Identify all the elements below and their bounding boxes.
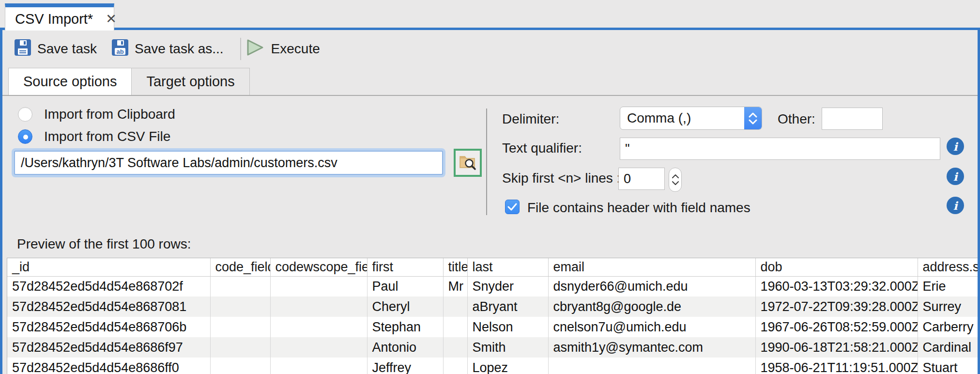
skip-lines-input[interactable]	[618, 168, 665, 190]
table-cell	[270, 317, 367, 337]
folder-search-icon	[459, 153, 477, 173]
table-cell	[548, 358, 755, 374]
tab-csv-import[interactable]: CSV Import* ✕	[5, 3, 114, 31]
table-cell: Erie	[918, 276, 978, 296]
table-cell: Lopez	[467, 358, 548, 374]
save-task-label: Save task	[37, 41, 97, 57]
table-cell	[270, 296, 367, 317]
text-qualifier-info-icon[interactable]: i	[947, 138, 964, 155]
table-cell	[270, 358, 367, 374]
column-header[interactable]: address.s	[918, 258, 978, 276]
document-tab-strip: CSV Import* ✕	[0, 0, 980, 30]
execute-button[interactable]: Execute	[246, 39, 320, 60]
preview-table-wrap: _idcode_fieldcodewscope_fieldfirsttitlel…	[7, 258, 978, 374]
tab-source-options-label: Source options	[23, 74, 117, 90]
table-cell: 57d28452ed5d4d54e868706b	[7, 317, 210, 337]
svg-text:ab: ab	[116, 48, 123, 55]
column-header[interactable]: title	[443, 258, 467, 276]
table-cell	[210, 317, 270, 337]
table-cell: Cheryl	[367, 296, 443, 317]
execute-label: Execute	[271, 41, 320, 57]
save-task-as-label: Save task as...	[135, 41, 224, 57]
save-task-button[interactable]: Save task	[14, 39, 97, 60]
tab-source-options[interactable]: Source options	[8, 68, 132, 95]
table-cell: Surrey	[918, 296, 978, 317]
browse-file-button[interactable]	[454, 149, 482, 177]
table-cell: Cardinal	[918, 337, 978, 358]
skip-lines-label: Skip first <n> lines :	[502, 171, 620, 186]
preview-table-body: 57d28452ed5d4d54e868702fPaulMrSnyderdsny…	[7, 276, 978, 374]
column-header[interactable]: last	[467, 258, 548, 276]
table-cell: Antonio	[367, 337, 443, 358]
save-icon	[14, 39, 31, 60]
table-cell: Carberry	[918, 317, 978, 337]
skip-lines-stepper[interactable]	[669, 168, 682, 192]
table-cell	[210, 296, 270, 317]
save-task-as-button[interactable]: ab Save task as...	[111, 39, 224, 60]
table-row[interactable]: 57d28452ed5d4d54e8686f97AntonioSmithasmi…	[7, 337, 978, 358]
toolbar-separator	[240, 38, 241, 60]
tab-target-options-label: Target options	[146, 74, 234, 90]
column-header[interactable]: _id	[7, 258, 210, 276]
table-row[interactable]: 57d28452ed5d4d54e8687081CherylaBryantcbr…	[7, 296, 978, 317]
csv-import-panel: Save task ab Save task as... Execu	[0, 28, 980, 374]
options-divider	[486, 109, 487, 215]
delimiter-label: Delimiter:	[502, 111, 559, 127]
table-cell	[443, 317, 467, 337]
table-cell	[210, 276, 270, 296]
skip-lines-info-icon[interactable]: i	[947, 168, 964, 185]
preview-table[interactable]: _idcode_fieldcodewscope_fieldfirsttitlel…	[7, 258, 978, 374]
text-qualifier-input[interactable]	[620, 138, 940, 160]
table-row[interactable]: 57d28452ed5d4d54e868702fPaulMrSnyderdsny…	[7, 276, 978, 296]
table-cell	[210, 337, 270, 358]
table-cell: 1958-06-21T11:19:51.000Z	[755, 358, 918, 374]
table-cell: Stephan	[367, 317, 443, 337]
radio-csv-file[interactable]	[18, 129, 32, 144]
table-cell	[210, 358, 270, 374]
other-delimiter-input[interactable]	[822, 108, 883, 130]
radio-clipboard[interactable]	[18, 107, 32, 122]
table-row[interactable]: 57d28452ed5d4d54e868706bStephanNelsoncne…	[7, 317, 978, 337]
import-from-csv-option[interactable]: Import from CSV File	[18, 129, 170, 144]
column-header[interactable]: first	[367, 258, 443, 276]
table-cell: aBryant	[467, 296, 548, 317]
header-checkbox[interactable]	[505, 200, 520, 214]
column-header[interactable]: email	[548, 258, 755, 276]
delimiter-value: Comma (,)	[620, 110, 744, 126]
column-header[interactable]: dob	[755, 258, 918, 276]
file-path-input[interactable]	[14, 151, 443, 175]
table-cell: cbryant8g@google.de	[548, 296, 755, 317]
preview-header-row: _idcode_fieldcodewscope_fieldfirsttitlel…	[7, 258, 978, 276]
radio-csv-file-label: Import from CSV File	[44, 129, 170, 144]
save-as-icon: ab	[111, 39, 129, 60]
header-info-icon[interactable]: i	[947, 197, 964, 214]
header-checkbox-label: File contains header with field names	[527, 200, 750, 216]
table-cell	[443, 337, 467, 358]
import-from-clipboard-option[interactable]: Import from Clipboard	[18, 107, 175, 122]
table-cell: 1990-06-18T21:58:21.000Z	[755, 337, 918, 358]
toolbar: Save task ab Save task as... Execu	[2, 30, 978, 68]
table-cell: Nelson	[467, 317, 548, 337]
play-icon	[246, 39, 265, 60]
source-options-pane: Import from Clipboard Import from CSV Fi…	[2, 96, 978, 233]
close-icon[interactable]: ✕	[106, 13, 117, 26]
table-cell: 1967-06-26T08:52:59.000Z	[755, 317, 918, 337]
table-cell: 1972-07-22T09:39:28.000Z	[755, 296, 918, 317]
tab-target-options[interactable]: Target options	[132, 68, 249, 95]
table-cell	[443, 296, 467, 317]
other-label: Other:	[778, 111, 815, 127]
preview-label: Preview of the first 100 rows:	[17, 236, 978, 252]
table-cell: 57d28452ed5d4d54e868702f	[7, 276, 210, 296]
table-cell: 57d28452ed5d4d54e8686f97	[7, 337, 210, 358]
column-header[interactable]: code_field	[210, 258, 270, 276]
table-cell: 57d28452ed5d4d54e8686ff0	[7, 358, 210, 374]
table-row[interactable]: 57d28452ed5d4d54e8686ff0JeffreyLopez1958…	[7, 358, 978, 374]
column-header[interactable]: codewscope_field	[270, 258, 367, 276]
table-cell: asmith1y@symantec.com	[548, 337, 755, 358]
tab-title: CSV Import*	[15, 11, 93, 27]
radio-clipboard-label: Import from Clipboard	[44, 107, 175, 122]
table-cell: Smith	[467, 337, 548, 358]
table-cell	[270, 276, 367, 296]
delimiter-select[interactable]: Comma (,)	[620, 107, 762, 130]
table-cell: Jeffrey	[367, 358, 443, 374]
